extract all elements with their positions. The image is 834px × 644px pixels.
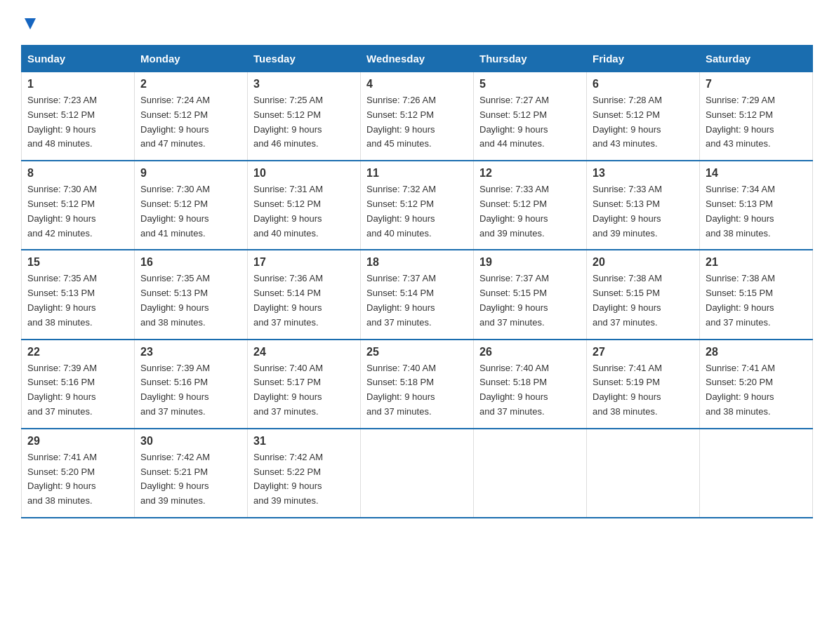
day-info: Sunrise: 7:27 AMSunset: 5:12 PMDaylight:…: [479, 93, 581, 152]
day-info: Sunrise: 7:40 AMSunset: 5:17 PMDaylight:…: [253, 361, 355, 420]
day-info: Sunrise: 7:33 AMSunset: 5:12 PMDaylight:…: [479, 182, 581, 241]
calendar-cell: 21 Sunrise: 7:38 AMSunset: 5:15 PMDaylig…: [700, 250, 813, 339]
calendar-cell: 13 Sunrise: 7:33 AMSunset: 5:13 PMDaylig…: [587, 161, 700, 250]
day-number: 7: [706, 78, 807, 90]
day-number: 20: [593, 256, 694, 269]
header-tuesday: Tuesday: [248, 46, 361, 72]
calendar-cell: 6 Sunrise: 7:28 AMSunset: 5:12 PMDayligh…: [587, 72, 700, 161]
day-number: 9: [140, 167, 241, 180]
calendar-week-row: 1 Sunrise: 7:23 AMSunset: 5:12 PMDayligh…: [22, 72, 813, 161]
calendar-cell: 23 Sunrise: 7:39 AMSunset: 5:16 PMDaylig…: [135, 340, 248, 429]
calendar-cell: 14 Sunrise: 7:34 AMSunset: 5:13 PMDaylig…: [700, 161, 813, 250]
calendar-cell: [700, 429, 813, 518]
calendar-cell: 8 Sunrise: 7:30 AMSunset: 5:12 PMDayligh…: [22, 161, 135, 250]
day-info: Sunrise: 7:33 AMSunset: 5:13 PMDaylight:…: [593, 182, 694, 241]
calendar-cell: 29 Sunrise: 7:41 AMSunset: 5:20 PMDaylig…: [22, 429, 135, 518]
day-info: Sunrise: 7:32 AMSunset: 5:12 PMDaylight:…: [366, 182, 468, 241]
calendar-cell: 24 Sunrise: 7:40 AMSunset: 5:17 PMDaylig…: [248, 340, 361, 429]
calendar-cell: 25 Sunrise: 7:40 AMSunset: 5:18 PMDaylig…: [361, 340, 474, 429]
header-thursday: Thursday: [474, 46, 587, 72]
day-number: 10: [253, 167, 355, 180]
calendar-cell: 4 Sunrise: 7:26 AMSunset: 5:12 PMDayligh…: [361, 72, 474, 161]
day-info: Sunrise: 7:28 AMSunset: 5:12 PMDaylight:…: [593, 93, 694, 152]
header-wednesday: Wednesday: [361, 46, 474, 72]
calendar-cell: 26 Sunrise: 7:40 AMSunset: 5:18 PMDaylig…: [474, 340, 587, 429]
day-info: Sunrise: 7:23 AMSunset: 5:12 PMDaylight:…: [27, 93, 128, 152]
calendar-cell: 18 Sunrise: 7:37 AMSunset: 5:14 PMDaylig…: [361, 250, 474, 339]
calendar-cell: 31 Sunrise: 7:42 AMSunset: 5:22 PMDaylig…: [248, 429, 361, 518]
header-saturday: Saturday: [700, 46, 813, 72]
header-sunday: Sunday: [22, 46, 135, 72]
day-info: Sunrise: 7:26 AMSunset: 5:12 PMDaylight:…: [366, 93, 468, 152]
day-info: Sunrise: 7:41 AMSunset: 5:20 PMDaylight:…: [27, 450, 128, 509]
day-number: 24: [253, 346, 355, 358]
day-number: 18: [366, 256, 468, 269]
day-number: 5: [479, 78, 581, 90]
day-info: Sunrise: 7:39 AMSunset: 5:16 PMDaylight:…: [140, 361, 241, 420]
calendar-cell: 15 Sunrise: 7:35 AMSunset: 5:13 PMDaylig…: [22, 250, 135, 339]
calendar-cell: 22 Sunrise: 7:39 AMSunset: 5:16 PMDaylig…: [22, 340, 135, 429]
calendar-header-row: SundayMondayTuesdayWednesdayThursdayFrid…: [22, 46, 813, 72]
day-number: 28: [706, 346, 807, 358]
calendar-cell: 7 Sunrise: 7:29 AMSunset: 5:12 PMDayligh…: [700, 72, 813, 161]
day-number: 2: [140, 78, 241, 90]
calendar-week-row: 15 Sunrise: 7:35 AMSunset: 5:13 PMDaylig…: [22, 250, 813, 339]
calendar-cell: 30 Sunrise: 7:42 AMSunset: 5:21 PMDaylig…: [135, 429, 248, 518]
day-number: 12: [479, 167, 581, 180]
day-info: Sunrise: 7:29 AMSunset: 5:12 PMDaylight:…: [706, 93, 807, 152]
logo: [21, 14, 38, 31]
calendar-cell: 12 Sunrise: 7:33 AMSunset: 5:12 PMDaylig…: [474, 161, 587, 250]
day-info: Sunrise: 7:37 AMSunset: 5:14 PMDaylight:…: [366, 271, 468, 330]
day-number: 14: [706, 167, 807, 180]
calendar-cell: 16 Sunrise: 7:35 AMSunset: 5:13 PMDaylig…: [135, 250, 248, 339]
day-info: Sunrise: 7:40 AMSunset: 5:18 PMDaylight:…: [479, 361, 581, 420]
calendar-cell: 2 Sunrise: 7:24 AMSunset: 5:12 PMDayligh…: [135, 72, 248, 161]
day-info: Sunrise: 7:41 AMSunset: 5:20 PMDaylight:…: [706, 361, 807, 420]
day-info: Sunrise: 7:38 AMSunset: 5:15 PMDaylight:…: [593, 271, 694, 330]
day-number: 1: [27, 78, 128, 90]
day-info: Sunrise: 7:30 AMSunset: 5:12 PMDaylight:…: [140, 182, 241, 241]
day-number: 30: [140, 435, 241, 448]
calendar-cell: [587, 429, 700, 518]
calendar-week-row: 8 Sunrise: 7:30 AMSunset: 5:12 PMDayligh…: [22, 161, 813, 250]
day-number: 25: [366, 346, 468, 358]
header-friday: Friday: [587, 46, 700, 72]
calendar-cell: 5 Sunrise: 7:27 AMSunset: 5:12 PMDayligh…: [474, 72, 587, 161]
day-number: 22: [27, 346, 128, 358]
day-info: Sunrise: 7:31 AMSunset: 5:12 PMDaylight:…: [253, 182, 355, 241]
day-info: Sunrise: 7:25 AMSunset: 5:12 PMDaylight:…: [253, 93, 355, 152]
calendar-cell: 19 Sunrise: 7:37 AMSunset: 5:15 PMDaylig…: [474, 250, 587, 339]
day-info: Sunrise: 7:42 AMSunset: 5:21 PMDaylight:…: [140, 450, 241, 509]
day-info: Sunrise: 7:30 AMSunset: 5:12 PMDaylight:…: [27, 182, 128, 241]
day-info: Sunrise: 7:39 AMSunset: 5:16 PMDaylight:…: [27, 361, 128, 420]
day-number: 17: [253, 256, 355, 269]
calendar-cell: [474, 429, 587, 518]
day-number: 13: [593, 167, 694, 180]
svg-marker-0: [25, 18, 36, 29]
day-info: Sunrise: 7:36 AMSunset: 5:14 PMDaylight:…: [253, 271, 355, 330]
calendar-cell: 3 Sunrise: 7:25 AMSunset: 5:12 PMDayligh…: [248, 72, 361, 161]
day-number: 8: [27, 167, 128, 180]
calendar-week-row: 22 Sunrise: 7:39 AMSunset: 5:16 PMDaylig…: [22, 340, 813, 429]
calendar-cell: 28 Sunrise: 7:41 AMSunset: 5:20 PMDaylig…: [700, 340, 813, 429]
day-number: 21: [706, 256, 807, 269]
day-number: 11: [366, 167, 468, 180]
day-number: 3: [253, 78, 355, 90]
header-monday: Monday: [135, 46, 248, 72]
day-info: Sunrise: 7:37 AMSunset: 5:15 PMDaylight:…: [479, 271, 581, 330]
calendar-cell: 17 Sunrise: 7:36 AMSunset: 5:14 PMDaylig…: [248, 250, 361, 339]
day-info: Sunrise: 7:24 AMSunset: 5:12 PMDaylight:…: [140, 93, 241, 152]
day-number: 15: [27, 256, 128, 269]
calendar-cell: 27 Sunrise: 7:41 AMSunset: 5:19 PMDaylig…: [587, 340, 700, 429]
calendar-cell: [361, 429, 474, 518]
day-number: 23: [140, 346, 241, 358]
day-info: Sunrise: 7:38 AMSunset: 5:15 PMDaylight:…: [706, 271, 807, 330]
day-number: 19: [479, 256, 581, 269]
day-number: 29: [27, 435, 128, 448]
day-info: Sunrise: 7:35 AMSunset: 5:13 PMDaylight:…: [27, 271, 128, 330]
calendar-week-row: 29 Sunrise: 7:41 AMSunset: 5:20 PMDaylig…: [22, 429, 813, 518]
logo-triangle-icon: [22, 15, 38, 31]
page-header: [21, 14, 813, 31]
day-number: 16: [140, 256, 241, 269]
day-number: 6: [593, 78, 694, 90]
